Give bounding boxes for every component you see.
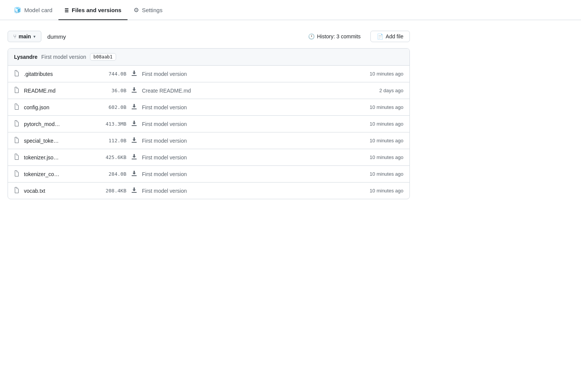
- chevron-down-icon: ▾: [33, 34, 36, 39]
- commit-time: 10 minutes ago: [370, 138, 403, 143]
- branch-name: main: [19, 33, 31, 39]
- tab-settings[interactable]: ⚙ Settings: [128, 0, 168, 20]
- file-name[interactable]: tokenizer.jso…: [24, 154, 92, 161]
- commit-time: 10 minutes ago: [370, 121, 403, 127]
- file-table: Lysandre First model version b08aab1 .gi…: [8, 48, 410, 199]
- table-row: config.json 602.0B First model version 1…: [8, 99, 409, 116]
- tab-bar: 🧊 Model card ≡ Files and versions ⚙ Sett…: [0, 0, 581, 20]
- clock-icon: 🕐: [308, 33, 315, 39]
- download-icon[interactable]: [130, 120, 138, 128]
- repo-path: dummy: [47, 33, 66, 40]
- file-icon: [14, 87, 20, 94]
- commit-header-row: Lysandre First model version b08aab1: [8, 49, 409, 66]
- download-icon[interactable]: [130, 153, 138, 161]
- file-name[interactable]: pytorch_mod…: [24, 121, 92, 127]
- file-icon: [14, 120, 20, 128]
- file-name[interactable]: tokenizer_co…: [24, 171, 92, 177]
- file-icon: [14, 187, 20, 194]
- table-row: vocab.txt 208.4KB First model version 10…: [8, 183, 409, 199]
- file-icon: [14, 70, 20, 77]
- history-label: History: 3 commits: [317, 33, 361, 39]
- table-row: README.md 36.0B Create README.md 2 days …: [8, 82, 409, 99]
- commit-time: 10 minutes ago: [370, 104, 403, 110]
- download-icon[interactable]: [130, 70, 138, 78]
- file-size: 36.0B: [96, 88, 126, 93]
- branch-button[interactable]: ⑂ main ▾: [8, 31, 41, 42]
- main-content: ⑂ main ▾ dummy 🕐 History: 3 commits 📄 Ad…: [0, 20, 417, 207]
- file-rows: .gitattributes 744.0B First model versio…: [8, 66, 409, 199]
- tab-settings-label: Settings: [142, 7, 162, 13]
- commit-author: Lysandre: [14, 54, 38, 60]
- file-icon: [14, 154, 20, 161]
- add-file-label: Add file: [386, 33, 403, 39]
- commit-message: First model version: [142, 188, 366, 194]
- file-size: 112.0B: [96, 138, 126, 143]
- commit-time: 2 days ago: [379, 88, 403, 93]
- file-icon: [14, 104, 20, 111]
- model-card-icon: 🧊: [14, 6, 21, 14]
- commit-header-message: First model version: [41, 54, 86, 60]
- tab-model-card-label: Model card: [24, 7, 52, 13]
- file-name[interactable]: README.md: [24, 88, 92, 94]
- commit-time: 10 minutes ago: [370, 188, 403, 194]
- tab-files-and-versions[interactable]: ≡ Files and versions: [58, 0, 128, 20]
- commit-time: 10 minutes ago: [370, 71, 403, 77]
- download-icon[interactable]: [130, 103, 138, 111]
- commit-message: First model version: [142, 121, 366, 127]
- download-icon[interactable]: [130, 187, 138, 195]
- settings-icon: ⚙: [134, 6, 139, 14]
- commit-message: First model version: [142, 138, 366, 144]
- file-size: 602.0B: [96, 104, 126, 110]
- download-icon[interactable]: [130, 87, 138, 94]
- commit-hash[interactable]: b08aab1: [90, 53, 116, 61]
- file-name[interactable]: special_toke…: [24, 138, 92, 144]
- table-row: .gitattributes 744.0B First model versio…: [8, 66, 409, 82]
- file-size: 425.6KB: [96, 154, 126, 160]
- tab-files-label: Files and versions: [72, 7, 121, 13]
- table-row: tokenizer_co… 284.0B First model version…: [8, 166, 409, 183]
- file-name[interactable]: .gitattributes: [24, 71, 92, 77]
- history-button[interactable]: 🕐 History: 3 commits: [303, 31, 366, 42]
- download-icon[interactable]: [130, 137, 138, 145]
- download-icon[interactable]: [130, 170, 138, 178]
- table-row: tokenizer.jso… 425.6KB First model versi…: [8, 149, 409, 166]
- toolbar: ⑂ main ▾ dummy 🕐 History: 3 commits 📄 Ad…: [8, 31, 410, 42]
- file-size: 208.4KB: [96, 188, 126, 194]
- commit-message: First model version: [142, 171, 366, 177]
- commit-message: First model version: [142, 104, 366, 110]
- file-size: 744.0B: [96, 71, 126, 77]
- commit-message: First model version: [142, 154, 366, 161]
- add-file-icon: 📄: [377, 33, 383, 39]
- commit-message: First model version: [142, 71, 366, 77]
- git-branch-icon: ⑂: [13, 33, 16, 39]
- commit-time: 10 minutes ago: [370, 154, 403, 160]
- table-row: pytorch_mod… 413.3MB First model version…: [8, 116, 409, 132]
- file-icon: [14, 170, 20, 178]
- add-file-button[interactable]: 📄 Add file: [370, 31, 410, 42]
- file-name[interactable]: config.json: [24, 104, 92, 110]
- commit-message: Create README.md: [142, 88, 375, 94]
- file-icon: [14, 137, 20, 144]
- toolbar-actions: 🕐 History: 3 commits 📄 Add file: [303, 31, 410, 42]
- file-size: 413.3MB: [96, 121, 126, 127]
- files-icon: ≡: [65, 6, 69, 14]
- commit-time: 10 minutes ago: [370, 171, 403, 177]
- tab-model-card[interactable]: 🧊 Model card: [8, 0, 58, 20]
- file-size: 284.0B: [96, 171, 126, 177]
- table-row: special_toke… 112.0B First model version…: [8, 132, 409, 149]
- file-name[interactable]: vocab.txt: [24, 188, 92, 194]
